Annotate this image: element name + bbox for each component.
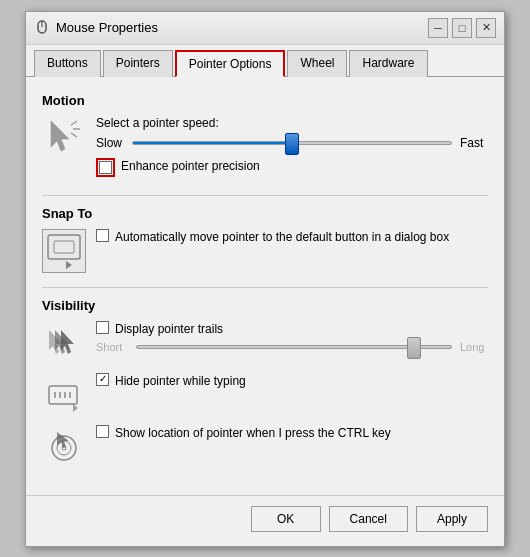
svg-rect-12 (49, 386, 77, 404)
auto-move-checkbox[interactable] (96, 229, 109, 242)
trail-slider-row: Short Long (96, 341, 488, 353)
show-ctrl-content: Show location of pointer when I press th… (42, 425, 488, 469)
hide-typing-row: Hide pointer while typing (96, 373, 488, 390)
tab-buttons[interactable]: Buttons (34, 50, 101, 77)
enhance-precision-checkbox-wrap (96, 158, 115, 177)
auto-move-row: Automatically move pointer to the defaul… (96, 229, 488, 246)
visibility-section: Visibility (42, 298, 488, 469)
speed-slider-thumb[interactable] (285, 133, 299, 155)
fast-label: Fast (460, 136, 488, 150)
show-ctrl-label: Show location of pointer when I press th… (115, 425, 391, 442)
snap-to-title: Snap To (42, 206, 488, 221)
tab-pointers[interactable]: Pointers (103, 50, 173, 77)
maximize-button[interactable]: □ (452, 18, 472, 38)
svg-marker-8 (66, 261, 72, 269)
tab-hardware[interactable]: Hardware (349, 50, 427, 77)
visibility-title: Visibility (42, 298, 488, 313)
tab-pointer-options[interactable]: Pointer Options (175, 50, 286, 77)
trail-slider-track[interactable] (136, 345, 452, 349)
short-label: Short (96, 341, 128, 353)
svg-rect-6 (48, 235, 80, 259)
speed-slider-row: Slow Fast (96, 136, 488, 150)
window-title: Mouse Properties (56, 20, 158, 35)
title-bar: Mouse Properties ─ □ ✕ (26, 12, 504, 45)
tab-content: Motion Select a pointer speed: (26, 77, 504, 495)
svg-rect-7 (54, 241, 74, 253)
svg-line-3 (71, 121, 77, 125)
cancel-button[interactable]: Cancel (329, 506, 408, 532)
long-label: Long (460, 341, 488, 353)
slow-label: Slow (96, 136, 124, 150)
trail-checkbox[interactable] (96, 321, 109, 334)
snap-to-content: Automatically move pointer to the defaul… (42, 229, 488, 273)
motion-body: Select a pointer speed: Slow Fast (96, 116, 488, 181)
title-bar-left: Mouse Properties (34, 20, 158, 36)
tab-wheel[interactable]: Wheel (287, 50, 347, 77)
speed-slider-fill (133, 142, 292, 144)
motion-section: Motion Select a pointer speed: (42, 93, 488, 181)
svg-marker-17 (73, 404, 78, 412)
show-ctrl-row: Show location of pointer when I press th… (96, 425, 488, 442)
motion-content: Select a pointer speed: Slow Fast (42, 116, 488, 181)
title-controls: ─ □ ✕ (428, 18, 496, 38)
trail-row: Display pointer trails (96, 321, 488, 338)
trail-content: Display pointer trails Short Long (42, 321, 488, 365)
footer: OK Cancel Apply (26, 495, 504, 546)
hide-typing-checkbox[interactable] (96, 373, 109, 386)
mouse-icon (34, 20, 50, 36)
apply-button[interactable]: Apply (416, 506, 488, 532)
divider-1 (42, 195, 488, 196)
motion-title: Motion (42, 93, 488, 108)
show-ctrl-checkbox[interactable] (96, 425, 109, 438)
hide-typing-icon (42, 373, 86, 417)
divider-2 (42, 287, 488, 288)
trail-icon (42, 321, 86, 365)
hide-typing-content: Hide pointer while typing (42, 373, 488, 417)
svg-marker-2 (51, 121, 69, 151)
enhance-precision-row: Enhance pointer precision (96, 158, 488, 177)
svg-line-5 (71, 133, 77, 137)
show-ctrl-body: Show location of pointer when I press th… (96, 425, 488, 446)
speed-slider-track[interactable] (132, 141, 452, 145)
snap-to-body: Automatically move pointer to the defaul… (96, 229, 488, 250)
speed-label: Select a pointer speed: (96, 116, 488, 130)
hide-typing-body: Hide pointer while typing (96, 373, 488, 394)
hide-typing-label: Hide pointer while typing (115, 373, 246, 390)
ok-button[interactable]: OK (251, 506, 321, 532)
svg-marker-21 (57, 432, 69, 448)
motion-icon (42, 116, 86, 160)
tab-bar: Buttons Pointers Pointer Options Wheel H… (26, 45, 504, 77)
trail-label: Display pointer trails (115, 321, 223, 338)
trail-body: Display pointer trails Short Long (96, 321, 488, 354)
trail-slider-thumb[interactable] (407, 337, 421, 359)
close-button[interactable]: ✕ (476, 18, 496, 38)
minimize-button[interactable]: ─ (428, 18, 448, 38)
mouse-properties-window: Mouse Properties ─ □ ✕ Buttons Pointers … (25, 11, 505, 547)
enhance-precision-label: Enhance pointer precision (121, 158, 260, 175)
snap-to-section: Snap To Automatically move pointer to th… (42, 206, 488, 273)
snap-to-icon (42, 229, 86, 273)
auto-move-label: Automatically move pointer to the defaul… (115, 229, 449, 246)
enhance-precision-checkbox[interactable] (99, 161, 112, 174)
show-ctrl-icon (42, 425, 86, 469)
